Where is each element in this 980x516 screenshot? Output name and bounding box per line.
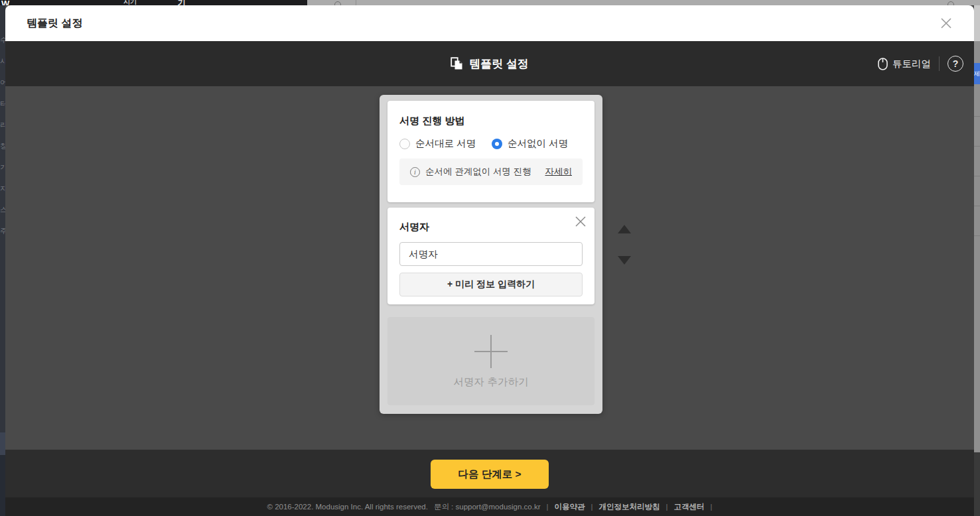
remove-signer-icon[interactable] xyxy=(572,213,589,230)
radio-label: 순서대로 서명 xyxy=(415,137,476,150)
info-icon: i xyxy=(410,167,420,177)
plus-icon xyxy=(474,335,508,368)
prefill-info-button[interactable]: + 미리 정보 입력하기 xyxy=(399,273,583,296)
radio-no-order-signing[interactable]: 순서없이 서명 xyxy=(492,137,568,150)
background-sidebar-fragments: 수 사 어 터 라 창 기 자 스 주 xyxy=(0,29,5,241)
tutorial-label: 튜토리얼 xyxy=(892,58,931,70)
contact-text: 문의 : support@modusign.co.kr xyxy=(434,502,541,512)
signer-card: 서명자 + 미리 정보 입력하기 xyxy=(387,208,595,304)
signing-method-card: 서명 진행 방법 순서대로 서명 순서없이 서명 i 순서에 관계없이 서명 진… xyxy=(387,101,595,202)
footer-legal-bar: © 2016-2022. Modusign Inc. All rights re… xyxy=(5,497,974,516)
radio-unselected-icon[interactable] xyxy=(399,139,410,149)
modal-body: 서명 진행 방법 순서대로 서명 순서없이 서명 i 순서에 관계없이 서명 진… xyxy=(5,86,974,450)
radio-sequential-signing[interactable]: 순서대로 서명 xyxy=(399,137,476,150)
signer-card-title: 서명자 xyxy=(399,221,583,233)
template-settings-panel: 서명 진행 방법 순서대로 서명 순서없이 서명 i 순서에 관계없이 서명 진… xyxy=(380,95,602,414)
background-sidebar-highlight xyxy=(0,432,5,455)
tutorial-button[interactable]: 튜토리얼 xyxy=(878,58,931,70)
move-up-icon[interactable] xyxy=(618,225,631,233)
signing-method-info-box: i 순서에 관계없이 서명 진행 자세히 xyxy=(399,159,583,185)
background-toolbar-fragment xyxy=(307,0,980,5)
background-right-top xyxy=(974,0,980,5)
modal-footer: 다음 단계로 > © 2016-2022. Modusign Inc. All … xyxy=(5,450,974,516)
divider xyxy=(939,56,940,71)
background-selected-row-fragment: 제 xyxy=(974,63,980,84)
divider xyxy=(974,176,980,176)
template-settings-modal: 템플릿 설정 템플릿 설정 xyxy=(5,5,974,516)
help-icon[interactable]: ? xyxy=(947,56,963,72)
background-left-strip: 수 사 어 터 라 창 기 자 스 주 xyxy=(0,5,5,516)
mouse-icon xyxy=(878,58,888,70)
add-signer-label: 서명자 추가하기 xyxy=(387,375,595,389)
divider xyxy=(974,235,980,236)
signer-name-input[interactable] xyxy=(399,242,583,266)
copyright-text: © 2016-2022. Modusign Inc. All rights re… xyxy=(267,503,427,511)
divider: | xyxy=(591,503,593,511)
divider xyxy=(356,0,356,5)
header-title: 템플릿 설정 xyxy=(469,56,529,72)
close-icon[interactable] xyxy=(937,14,955,32)
header-title-group: 템플릿 설정 xyxy=(5,41,974,86)
header-actions: 튜토리얼 ? xyxy=(878,41,963,86)
privacy-link[interactable]: 개인정보처리방침 xyxy=(599,502,660,512)
radio-selected-icon[interactable] xyxy=(492,139,502,149)
signer-reorder-controls xyxy=(613,225,636,265)
background-right-lower xyxy=(974,452,980,516)
modal-title: 템플릿 설정 xyxy=(27,17,82,31)
next-step-button[interactable]: 다음 단계로 > xyxy=(431,460,549,489)
signing-method-options: 순서대로 서명 순서없이 서명 xyxy=(399,137,583,150)
divider xyxy=(974,116,980,117)
divider: | xyxy=(666,503,668,511)
background-text-fragment: 기 xyxy=(178,0,186,5)
radio-label: 순서없이 서명 xyxy=(508,137,568,150)
divider: | xyxy=(547,503,549,511)
move-down-icon[interactable] xyxy=(618,256,631,265)
divider: | xyxy=(711,503,713,511)
info-text: 순서에 관계없이 서명 진행 xyxy=(425,166,531,178)
template-copy-icon xyxy=(451,57,463,70)
background-right-upper xyxy=(974,5,980,41)
terms-link[interactable]: 이용약관 xyxy=(555,502,585,512)
modal-title-bar: 템플릿 설정 xyxy=(5,5,974,41)
background-logo-fragment: W xyxy=(1,0,9,5)
signing-method-title: 서명 진행 방법 xyxy=(399,115,583,127)
background-text-fragment: 시기 xyxy=(123,0,137,5)
divider xyxy=(974,206,980,206)
background-sidebar-lower xyxy=(0,455,5,516)
detail-link[interactable]: 자세히 xyxy=(545,166,573,178)
add-signer-button[interactable]: 서명자 추가하기 xyxy=(387,317,595,405)
divider xyxy=(974,146,980,147)
background-right-strip: 제 xyxy=(974,0,980,516)
background-top-strip: W 시기 기 xyxy=(0,0,980,5)
support-link[interactable]: 고객센터 xyxy=(674,502,705,512)
modal-header: 템플릿 설정 튜토리얼 ? xyxy=(5,41,974,86)
